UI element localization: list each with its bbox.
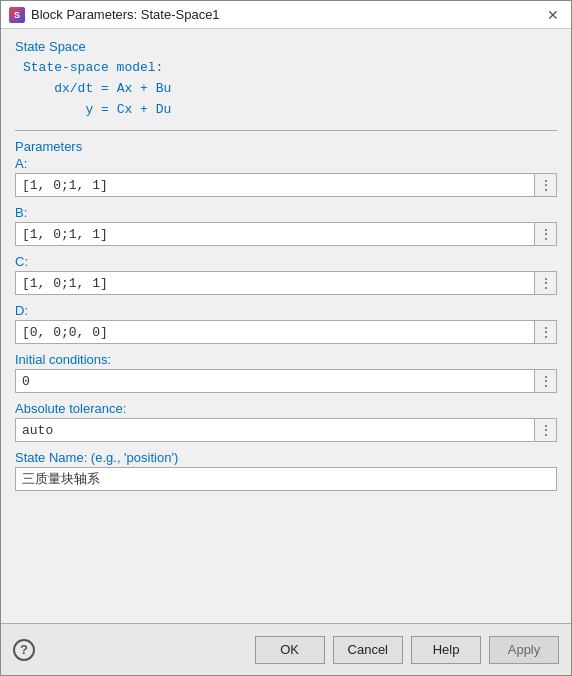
input-b[interactable] <box>15 222 535 246</box>
window-title: Block Parameters: State-Space1 <box>31 7 543 22</box>
menu-button-b[interactable]: ⋮ <box>535 222 557 246</box>
separator-1 <box>15 130 557 131</box>
apply-button[interactable]: Apply <box>489 636 559 664</box>
label-d: D: <box>15 303 557 318</box>
input-c[interactable] <box>15 271 535 295</box>
input-row-tol: ⋮ <box>15 418 557 442</box>
input-row-a: ⋮ <box>15 173 557 197</box>
initial-conditions-label: Initial conditions: <box>15 352 557 367</box>
help-icon[interactable]: ? <box>13 639 35 661</box>
equation2: y = Cx + Du <box>23 100 557 121</box>
input-absolute-tolerance[interactable] <box>15 418 535 442</box>
input-row-d: ⋮ <box>15 320 557 344</box>
cancel-button[interactable]: Cancel <box>333 636 403 664</box>
input-state-name[interactable] <box>15 467 557 491</box>
footer-buttons: OK Cancel Help Apply <box>255 636 559 664</box>
equation1: dx/dt = Ax + Bu <box>23 79 557 100</box>
menu-button-ic[interactable]: ⋮ <box>535 369 557 393</box>
input-d[interactable] <box>15 320 535 344</box>
label-c: C: <box>15 254 557 269</box>
input-row-ic: ⋮ <box>15 369 557 393</box>
absolute-tolerance-label: Absolute tolerance: <box>15 401 557 416</box>
input-row-c: ⋮ <box>15 271 557 295</box>
input-row-b: ⋮ <box>15 222 557 246</box>
footer: ? OK Cancel Help Apply <box>1 623 571 675</box>
menu-button-c[interactable]: ⋮ <box>535 271 557 295</box>
input-row-state-name <box>15 467 557 491</box>
menu-button-tol[interactable]: ⋮ <box>535 418 557 442</box>
title-bar: S Block Parameters: State-Space1 ✕ <box>1 1 571 29</box>
input-initial-conditions[interactable] <box>15 369 535 393</box>
menu-button-a[interactable]: ⋮ <box>535 173 557 197</box>
state-name-label: State Name: (e.g., 'position') <box>15 450 557 465</box>
content-area: State Space State-space model: dx/dt = A… <box>1 29 571 623</box>
window-icon: S <box>9 7 25 23</box>
input-a[interactable] <box>15 173 535 197</box>
model-equations: State-space model: dx/dt = Ax + Bu y = C… <box>23 58 557 120</box>
ok-button[interactable]: OK <box>255 636 325 664</box>
window-icon-label: S <box>14 10 20 20</box>
close-button[interactable]: ✕ <box>543 5 563 25</box>
help-button[interactable]: Help <box>411 636 481 664</box>
block-type-label: State Space <box>15 39 557 54</box>
model-label: State-space model: <box>23 58 557 79</box>
label-a: A: <box>15 156 557 171</box>
main-window: S Block Parameters: State-Space1 ✕ State… <box>0 0 572 676</box>
label-b: B: <box>15 205 557 220</box>
parameters-label: Parameters <box>15 139 557 154</box>
menu-button-d[interactable]: ⋮ <box>535 320 557 344</box>
